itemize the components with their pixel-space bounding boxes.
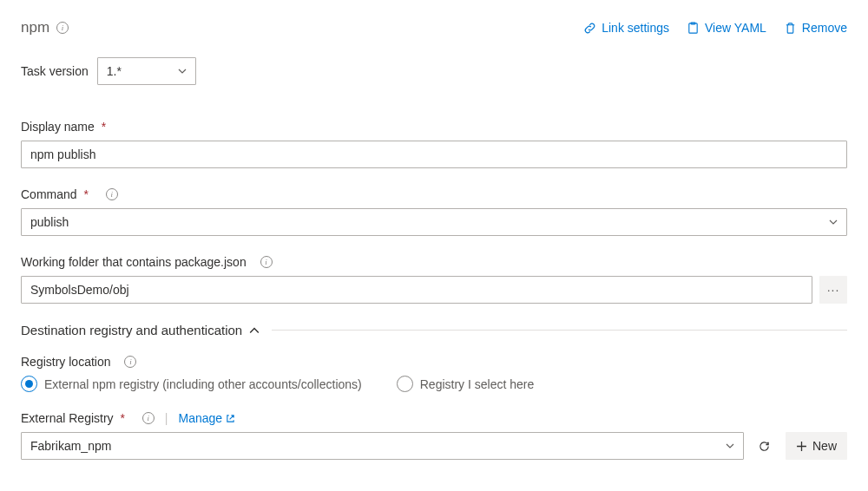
manage-label: Manage	[178, 411, 222, 425]
registry-location-label: Registry location	[21, 355, 111, 369]
section-divider	[272, 330, 847, 331]
radio-button-icon	[21, 376, 37, 392]
required-marker: *	[102, 120, 106, 134]
yaml-icon	[687, 22, 700, 35]
display-name-input[interactable]	[21, 141, 847, 168]
view-yaml-label: View YAML	[705, 21, 766, 35]
external-registry-value: Fabrikam_npm	[30, 439, 111, 453]
chevron-up-icon	[249, 325, 260, 336]
new-label: New	[812, 439, 837, 453]
refresh-button[interactable]	[751, 432, 779, 460]
registry-location-field: Registry location i External npm registr…	[21, 355, 847, 392]
command-label: Command	[21, 187, 77, 201]
info-icon[interactable]: i	[56, 22, 69, 34]
task-title-text: npm	[21, 19, 49, 36]
required-marker: *	[84, 187, 89, 201]
info-icon[interactable]: i	[124, 356, 136, 368]
working-folder-label-row: Working folder that contains package.jso…	[21, 255, 847, 269]
registry-location-label-row: Registry location i	[21, 355, 847, 369]
open-external-icon	[226, 414, 235, 423]
link-settings-button[interactable]: Link settings	[583, 21, 669, 35]
task-title: npm i	[21, 19, 69, 36]
manage-link[interactable]: Manage	[178, 411, 235, 425]
command-field: Command* i publish	[21, 187, 847, 236]
svg-rect-0	[689, 23, 697, 32]
working-folder-label: Working folder that contains package.jso…	[21, 255, 247, 269]
display-name-label-row: Display name*	[21, 120, 847, 134]
external-registry-select[interactable]: Fabrikam_npm	[21, 432, 744, 460]
command-label-row: Command* i	[21, 187, 847, 201]
task-header: npm i Link settings View YAML Remove	[21, 19, 847, 36]
trash-icon	[784, 22, 797, 35]
radio-external-label: External npm registry (including other a…	[44, 377, 362, 391]
external-registry-label-row: External Registry* i | Manage	[21, 411, 847, 425]
info-icon[interactable]: i	[106, 188, 118, 200]
browse-button[interactable]: ···	[819, 276, 847, 304]
section-title: Destination registry and authentication	[21, 323, 242, 337]
display-name-label: Display name	[21, 120, 95, 134]
display-name-field: Display name*	[21, 120, 847, 168]
registry-location-radiogroup: External npm registry (including other a…	[21, 376, 847, 392]
working-folder-input[interactable]	[21, 276, 812, 304]
external-registry-label: External Registry	[21, 411, 114, 425]
radio-select-here[interactable]: Registry I select here	[397, 376, 535, 392]
chevron-down-icon	[178, 67, 187, 75]
task-version-field: Task version 1.*	[21, 57, 847, 85]
task-version-value: 1.*	[107, 64, 122, 78]
radio-select-here-label: Registry I select here	[420, 377, 535, 391]
required-marker: *	[121, 411, 125, 425]
view-yaml-button[interactable]: View YAML	[687, 21, 766, 35]
chevron-down-icon	[829, 218, 838, 226]
command-select[interactable]: publish	[21, 208, 847, 236]
info-icon[interactable]: i	[260, 256, 273, 268]
external-registry-field: External Registry* i | Manage Fabrikam_n…	[21, 411, 847, 460]
working-folder-field: Working folder that contains package.jso…	[21, 255, 847, 304]
info-icon[interactable]: i	[142, 412, 155, 424]
remove-button[interactable]: Remove	[784, 21, 847, 35]
header-actions: Link settings View YAML Remove	[583, 21, 847, 35]
remove-label: Remove	[802, 21, 847, 35]
task-version-label: Task version	[21, 64, 89, 78]
chevron-down-icon	[726, 442, 734, 450]
vertical-divider: |	[160, 411, 174, 425]
link-icon	[583, 22, 596, 35]
plus-icon	[796, 441, 807, 452]
new-button[interactable]: New	[786, 432, 847, 460]
link-settings-label: Link settings	[602, 21, 669, 35]
command-value: publish	[30, 215, 69, 229]
radio-button-icon	[397, 376, 413, 392]
section-destination-registry[interactable]: Destination registry and authentication	[21, 323, 847, 337]
radio-external-npm[interactable]: External npm registry (including other a…	[21, 376, 362, 392]
task-version-select[interactable]: 1.*	[97, 57, 196, 85]
refresh-icon	[758, 440, 771, 453]
